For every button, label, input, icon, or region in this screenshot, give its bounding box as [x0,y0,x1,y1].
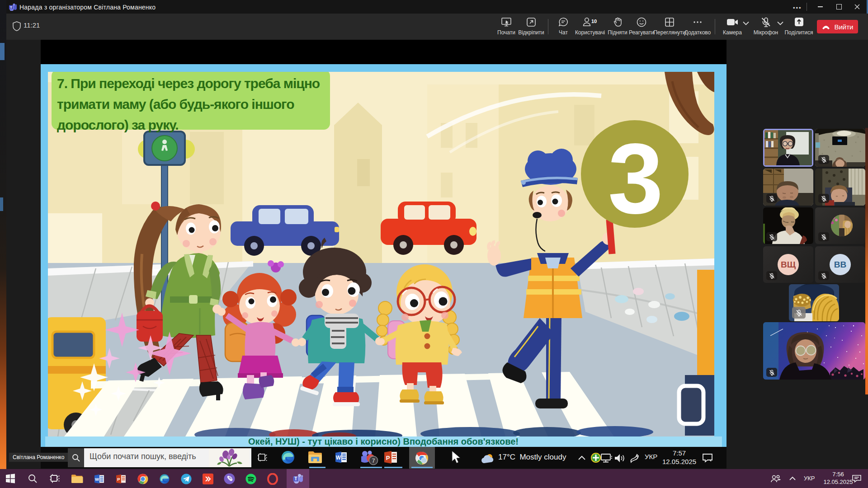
svg-text:T: T [294,476,297,481]
svg-text:W: W [336,455,341,461]
svg-text:P: P [386,455,390,461]
svg-text:T: T [10,5,12,9]
svg-text:3: 3 [608,123,663,235]
svg-text:7. При переході через дорогу т: 7. При переході через дорогу треба міцно [57,76,320,91]
svg-text:Окей, НУШ) - тут цікаво і кори: Окей, НУШ) - тут цікаво і корисно) Вподо… [248,436,519,446]
svg-text:7: 7 [372,458,375,464]
svg-text:тримати маму (або будь-якого і: тримати маму (або будь-якого іншого [57,97,294,112]
svg-text:W: W [95,477,99,482]
svg-text:P: P [117,477,120,482]
svg-text:дорослого) за руку.: дорослого) за руку. [57,117,179,132]
svg-text:10: 10 [591,19,597,24]
